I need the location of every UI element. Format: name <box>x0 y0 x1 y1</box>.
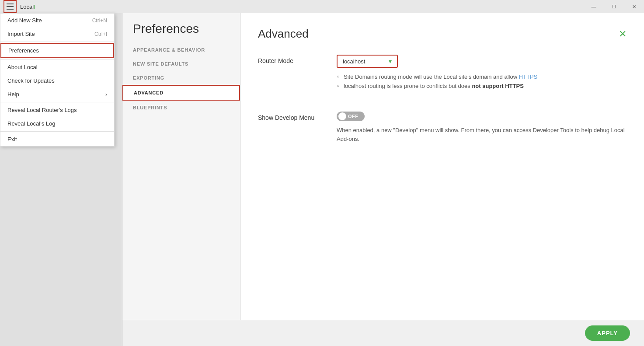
hamburger-line <box>7 9 14 10</box>
router-mode-info: Site Domains routing mode will use the L… <box>337 72 627 91</box>
menu-label-check-updates: Check for Updates <box>7 77 55 84</box>
toggle-state-label: OFF <box>348 114 359 119</box>
nav-item-exporting[interactable]: EXPORTING <box>122 71 240 85</box>
router-info-2: localhost routing is less prone to confl… <box>337 81 627 91</box>
toggle-circle <box>338 112 346 120</box>
show-develop-menu-label: Show Develop Menu <box>258 112 337 121</box>
content-area: Advanced ✕ Router Mode localhost ▾ Site … <box>240 13 644 346</box>
titlebar: Locall — ☐ ✕ <box>0 0 644 13</box>
menu-divider-4 <box>0 131 114 132</box>
menu-label-about-local: About Local <box>7 64 38 70</box>
menu-item-help[interactable]: Help › <box>0 87 114 101</box>
minimize-button[interactable]: — <box>584 0 604 13</box>
app-name-accent: l <box>34 3 35 10</box>
menu-label-import-site: Import Site <box>7 31 35 37</box>
menu-item-exit[interactable]: Exit <box>0 133 114 146</box>
router-mode-dropdown[interactable]: localhost ▾ <box>337 55 398 68</box>
router-info-1: Site Domains routing mode will use the L… <box>337 72 627 81</box>
router-mode-row: Router Mode localhost ▾ Site Domains rou… <box>258 55 627 99</box>
window-controls: — ☐ ✕ <box>584 0 644 13</box>
router-mode-chevron-icon: ▾ <box>389 58 392 65</box>
menu-divider-3 <box>0 102 114 102</box>
close-advanced-button[interactable]: ✕ <box>619 28 627 40</box>
https-label-1: HTTPS <box>519 73 538 80</box>
menu-item-import-site[interactable]: Import Site Ctrl+I <box>0 27 114 41</box>
develop-menu-description: When enabled, a new "Develop" menu will … <box>337 126 627 143</box>
nav-item-new-site-defaults[interactable]: NEW SITE DEFAULTS <box>122 57 240 71</box>
preferences-panel: Preferences APPEARANCE & BEHAVIOR NEW SI… <box>122 13 240 346</box>
menu-divider-1 <box>0 42 114 42</box>
menu-item-check-updates[interactable]: Check for Updates <box>0 74 114 87</box>
maximize-button[interactable]: ☐ <box>604 0 624 13</box>
menu-label-help: Help <box>7 91 19 98</box>
router-mode-label: Router Mode <box>258 55 337 64</box>
nav-item-blueprints[interactable]: BLUEPRINTS <box>122 101 240 115</box>
help-arrow-icon: › <box>105 91 107 98</box>
menu-item-preferences[interactable]: Preferences <box>0 43 114 58</box>
shortcut-add-new-site: Ctrl+N <box>92 17 107 24</box>
show-develop-menu-row: Show Develop Menu OFF When enabled, a ne… <box>258 112 627 152</box>
not-support-https: not support HTTPS <box>472 83 523 89</box>
hamburger-button[interactable] <box>3 0 17 13</box>
menu-item-add-new-site[interactable]: Add New Site Ctrl+N <box>0 14 114 27</box>
menu-label-reveal-router-logs: Reveal Local Router's Logs <box>7 107 77 113</box>
menu-item-about-local[interactable]: About Local <box>0 60 114 74</box>
menu-label-preferences: Preferences <box>8 47 39 54</box>
sidebar: Add New Site Ctrl+N Import Site Ctrl+I P… <box>0 13 122 346</box>
main-container: Add New Site Ctrl+N Import Site Ctrl+I P… <box>0 13 644 346</box>
app-name: Locall <box>20 3 35 10</box>
preferences-title: Preferences <box>122 13 240 43</box>
menu-label-exit: Exit <box>7 136 17 143</box>
dropdown-menu: Add New Site Ctrl+N Import Site Ctrl+I P… <box>0 13 115 147</box>
menu-item-reveal-router-logs[interactable]: Reveal Local Router's Logs <box>0 103 114 117</box>
hamburger-line <box>7 6 14 7</box>
router-mode-control: localhost ▾ Site Domains routing mode wi… <box>337 55 627 91</box>
menu-label-reveal-log: Reveal Local's Log <box>7 120 55 127</box>
menu-label-add-new-site: Add New Site <box>7 17 42 24</box>
show-develop-menu-toggle[interactable]: OFF <box>337 112 365 121</box>
menu-divider-2 <box>0 59 114 59</box>
hamburger-line <box>7 3 14 4</box>
titlebar-left: Locall <box>0 0 35 13</box>
menu-item-reveal-log[interactable]: Reveal Local's Log <box>0 117 114 130</box>
nav-item-appearance[interactable]: APPEARANCE & BEHAVIOR <box>122 43 240 57</box>
router-mode-value: localhost <box>343 58 365 65</box>
close-window-button[interactable]: ✕ <box>624 0 644 13</box>
apply-button[interactable]: APPLY <box>585 325 630 341</box>
content-header: Advanced ✕ <box>258 27 627 41</box>
bottom-bar: APPLY <box>122 320 644 346</box>
nav-item-advanced[interactable]: ADVANCED <box>122 85 240 101</box>
advanced-title: Advanced <box>258 27 309 41</box>
show-develop-menu-control: OFF When enabled, a new "Develop" menu w… <box>337 112 627 143</box>
shortcut-import-site: Ctrl+I <box>94 31 107 37</box>
